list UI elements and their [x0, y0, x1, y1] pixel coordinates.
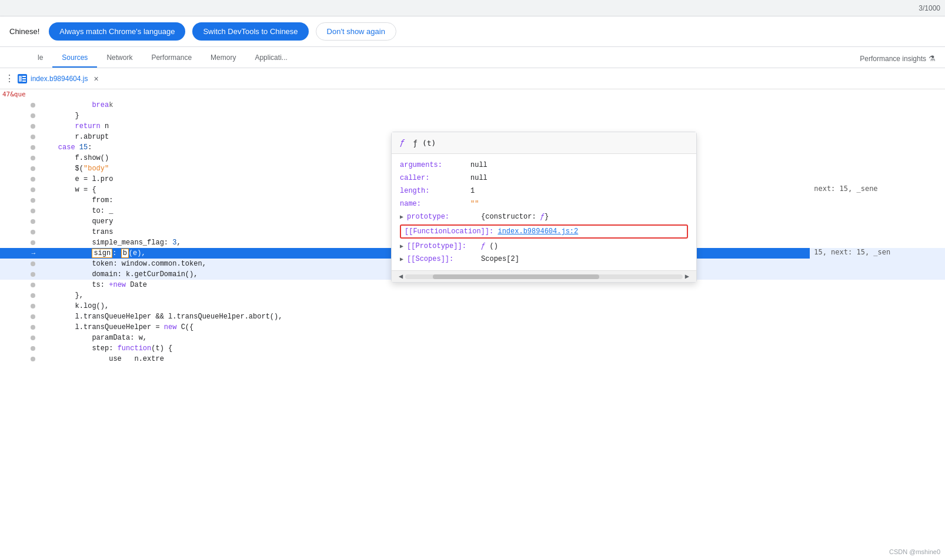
- expand-icon[interactable]: ▶: [400, 243, 403, 250]
- performance-insights-label: Performance insights: [860, 55, 926, 63]
- tooltip-value: null: [470, 174, 487, 182]
- tooltip-row-scopes: ▶ [[Scopes]]: Scopes[2]: [400, 253, 688, 266]
- right-code-line: [810, 142, 945, 153]
- tab-le[interactable]: le: [28, 49, 52, 68]
- file-tab-name[interactable]: index.b9894604.js: [31, 75, 88, 83]
- tooltip-title: ƒ (t): [408, 139, 436, 147]
- performance-insights-tab[interactable]: Performance insights ⚗: [850, 49, 945, 68]
- line-marker: [0, 185, 41, 195]
- tooltip-key: caller:: [400, 174, 470, 182]
- code-line: use n.extre: [41, 354, 945, 364]
- line-marker: [0, 195, 41, 206]
- line-marker: [0, 322, 41, 333]
- scrollbar-track[interactable]: [405, 274, 683, 279]
- right-code-panel: next: 15, _sene 15, next: 15, _sen: [810, 89, 945, 269]
- tooltip-body: arguments: null caller: null length: 1 n…: [392, 154, 696, 270]
- code-prefix-label: 47&que: [0, 89, 41, 100]
- more-options-icon[interactable]: ⋮: [5, 73, 14, 84]
- line-marker: [0, 132, 41, 142]
- line-marker: [0, 142, 41, 153]
- top-bar: 3/1000: [0, 0, 945, 16]
- right-code-line: [810, 110, 945, 121]
- tooltip-key: length:: [400, 187, 470, 195]
- scroll-right-button[interactable]: ▶: [683, 272, 692, 281]
- tooltip-row-caller: caller: null: [400, 172, 688, 185]
- svg-rect-2: [22, 78, 26, 79]
- tooltip-key: [[FunctionLocation]]:: [405, 227, 497, 236]
- code-line: l.transQueueHelper = new C({: [41, 322, 945, 333]
- right-code-line: [810, 89, 945, 100]
- switch-devtools-language-button[interactable]: Switch DevTools to Chinese: [192, 22, 308, 41]
- function-location-row: [[FunctionLocation]]: index.b9894604.js:…: [400, 224, 688, 239]
- sidebar-toggle-icon[interactable]: [18, 74, 27, 83]
- tab-application[interactable]: Applicati...: [245, 49, 296, 68]
- right-code-line: [810, 227, 945, 237]
- variable-tooltip-popup: ƒ ƒ (t) arguments: null caller: null len…: [391, 132, 697, 283]
- tooltip-key: [[Scopes]]:: [407, 255, 477, 263]
- code-line: l.transQueueHelper && l.transQueueHelper…: [41, 311, 945, 322]
- right-code-line: [810, 195, 945, 206]
- line-marker: [0, 174, 41, 185]
- right-code-line-content: next: 15, _sene: [810, 185, 945, 195]
- line-marker-highlighted: [0, 259, 41, 269]
- line-marker: [0, 343, 41, 354]
- line-marker: [0, 354, 41, 364]
- tab-memory[interactable]: Memory: [201, 49, 245, 68]
- line-marker: [0, 163, 41, 174]
- right-code-line: [810, 132, 945, 142]
- tooltip-scrollbar[interactable]: ◀ ▶: [392, 270, 696, 282]
- always-match-language-button[interactable]: Always match Chrome's language: [49, 22, 185, 41]
- right-code-line: [810, 153, 945, 163]
- right-code-line: [810, 100, 945, 110]
- tooltip-value: 1: [470, 187, 475, 195]
- function-location-link[interactable]: index.b9894604.js:2: [497, 227, 578, 236]
- right-code-line: [810, 121, 945, 132]
- lang-message: Chinese!: [9, 27, 39, 36]
- tooltip-value: "": [470, 200, 479, 208]
- tooltip-value: {constructor: ƒ}: [481, 213, 549, 221]
- line-marker: [0, 227, 41, 237]
- svg-rect-3: [22, 81, 26, 82]
- line-marker: [0, 237, 41, 248]
- function-icon: ƒ: [400, 138, 405, 147]
- right-code-line: [810, 163, 945, 174]
- code-line: },: [41, 290, 945, 301]
- dont-show-again-button[interactable]: Don't show again: [316, 22, 396, 41]
- tooltip-value: null: [470, 161, 487, 169]
- tooltip-key: prototype:: [407, 213, 477, 221]
- tooltip-key: name:: [400, 200, 470, 208]
- line-marker: [0, 121, 41, 132]
- svg-rect-1: [22, 76, 26, 77]
- svg-rect-0: [19, 76, 22, 82]
- watermark: CSDN @mshine0: [889, 548, 940, 555]
- tooltip-key: [[Prototype]]:: [407, 242, 477, 250]
- line-marker: [0, 333, 41, 343]
- scrollbar-thumb[interactable]: [433, 274, 599, 279]
- right-code-line: [810, 216, 945, 227]
- counter-display: 3/1000: [919, 4, 940, 12]
- scroll-left-button[interactable]: ◀: [396, 272, 405, 281]
- tooltip-header: ƒ ƒ (t): [392, 132, 696, 154]
- tab-sources[interactable]: Sources: [52, 49, 97, 68]
- line-marker: [0, 110, 41, 121]
- tooltip-key: arguments:: [400, 161, 470, 169]
- tooltip-row-prototype-chain: ▶ [[Prototype]]: ƒ (): [400, 240, 688, 253]
- file-tab-close-button[interactable]: ×: [94, 74, 98, 83]
- right-code-line-highlighted: 15, next: 15, _sen: [810, 248, 945, 259]
- tooltip-value: ƒ (): [481, 242, 498, 250]
- line-marker: [0, 100, 41, 110]
- tab-network[interactable]: Network: [97, 49, 142, 68]
- tab-performance[interactable]: Performance: [142, 49, 201, 68]
- expand-icon[interactable]: ▶: [400, 256, 403, 263]
- line-marker: [0, 206, 41, 216]
- expand-icon[interactable]: ▶: [400, 213, 403, 220]
- right-code-line: [810, 174, 945, 185]
- line-marker: [0, 280, 41, 290]
- line-marker: [0, 311, 41, 322]
- devtools-tabs: le Sources Network Performance Memory Ap…: [0, 47, 945, 68]
- file-header-bar: ⋮ index.b9894604.js ×: [0, 68, 945, 89]
- line-numbers-column: 47&que →: [0, 89, 41, 560]
- tooltip-row-length: length: 1: [400, 185, 688, 197]
- tooltip-value: Scopes[2]: [481, 255, 519, 263]
- tooltip-row-prototype: ▶ prototype: {constructor: ƒ}: [400, 210, 688, 223]
